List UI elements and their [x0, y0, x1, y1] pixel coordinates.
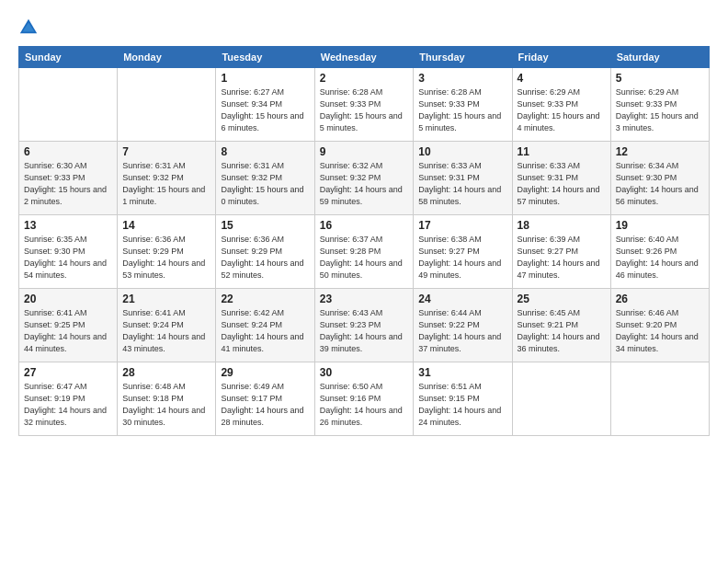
day-number: 5: [616, 72, 704, 85]
day-info: Sunrise: 6:28 AM Sunset: 9:33 PM Dayligh…: [418, 86, 506, 134]
calendar-cell: 11Sunrise: 6:33 AM Sunset: 9:31 PM Dayli…: [512, 142, 610, 215]
day-number: 15: [221, 219, 309, 232]
day-info: Sunrise: 6:46 AM Sunset: 9:20 PM Dayligh…: [616, 307, 704, 355]
day-info: Sunrise: 6:28 AM Sunset: 9:33 PM Dayligh…: [320, 86, 409, 134]
calendar-cell: [118, 68, 216, 142]
calendar-cell: 17Sunrise: 6:38 AM Sunset: 9:27 PM Dayli…: [414, 215, 512, 289]
day-number: 30: [320, 366, 409, 379]
calendar-cell: 21Sunrise: 6:41 AM Sunset: 9:24 PM Dayli…: [118, 289, 216, 362]
day-number: 1: [221, 72, 309, 85]
calendar-cell: 2Sunrise: 6:28 AM Sunset: 9:33 PM Daylig…: [314, 68, 414, 142]
calendar-cell: 4Sunrise: 6:29 AM Sunset: 9:33 PM Daylig…: [512, 68, 610, 142]
weekday-header: Tuesday: [216, 47, 314, 68]
day-number: 9: [320, 145, 409, 158]
calendar-cell: 10Sunrise: 6:33 AM Sunset: 9:31 PM Dayli…: [414, 142, 512, 215]
day-info: Sunrise: 6:36 AM Sunset: 9:29 PM Dayligh…: [221, 234, 309, 282]
calendar-cell: 28Sunrise: 6:48 AM Sunset: 9:18 PM Dayli…: [118, 362, 216, 436]
day-info: Sunrise: 6:31 AM Sunset: 9:32 PM Dayligh…: [221, 160, 309, 208]
day-info: Sunrise: 6:50 AM Sunset: 9:16 PM Dayligh…: [320, 381, 409, 429]
day-info: Sunrise: 6:33 AM Sunset: 9:31 PM Dayligh…: [418, 160, 506, 208]
day-number: 24: [418, 293, 506, 305]
day-info: Sunrise: 6:41 AM Sunset: 9:24 PM Dayligh…: [122, 307, 210, 355]
day-number: 2: [320, 72, 409, 85]
day-number: 18: [518, 219, 606, 232]
day-info: Sunrise: 6:32 AM Sunset: 9:32 PM Dayligh…: [320, 160, 409, 208]
weekday-header: Saturday: [610, 47, 709, 68]
calendar-cell: 16Sunrise: 6:37 AM Sunset: 9:28 PM Dayli…: [314, 215, 414, 289]
day-info: Sunrise: 6:41 AM Sunset: 9:25 PM Dayligh…: [24, 307, 112, 355]
calendar-cell: [610, 362, 709, 436]
day-info: Sunrise: 6:39 AM Sunset: 9:27 PM Dayligh…: [518, 234, 606, 282]
day-info: Sunrise: 6:35 AM Sunset: 9:30 PM Dayligh…: [24, 234, 112, 282]
day-number: 11: [518, 145, 606, 158]
calendar-cell: 6Sunrise: 6:30 AM Sunset: 9:33 PM Daylig…: [19, 142, 118, 215]
calendar-cell: 31Sunrise: 6:51 AM Sunset: 9:15 PM Dayli…: [414, 362, 512, 436]
calendar-week-row: 1Sunrise: 6:27 AM Sunset: 9:34 PM Daylig…: [19, 68, 710, 142]
day-number: 20: [24, 293, 112, 305]
calendar-cell: 13Sunrise: 6:35 AM Sunset: 9:30 PM Dayli…: [19, 215, 118, 289]
day-number: 4: [518, 72, 606, 85]
day-info: Sunrise: 6:48 AM Sunset: 9:18 PM Dayligh…: [122, 381, 210, 429]
weekday-header: Thursday: [414, 47, 512, 68]
calendar-cell: 20Sunrise: 6:41 AM Sunset: 9:25 PM Dayli…: [19, 289, 118, 362]
weekday-header: Monday: [118, 47, 216, 68]
calendar-cell: [512, 362, 610, 436]
weekday-header: Friday: [512, 47, 610, 68]
page: SundayMondayTuesdayWednesdayThursdayFrid…: [0, 0, 728, 563]
calendar-cell: 5Sunrise: 6:29 AM Sunset: 9:33 PM Daylig…: [610, 68, 709, 142]
calendar-cell: 19Sunrise: 6:40 AM Sunset: 9:26 PM Dayli…: [610, 215, 709, 289]
day-info: Sunrise: 6:45 AM Sunset: 9:21 PM Dayligh…: [518, 307, 606, 355]
calendar-week-row: 27Sunrise: 6:47 AM Sunset: 9:19 PM Dayli…: [19, 362, 710, 436]
day-number: 3: [418, 72, 506, 85]
day-number: 21: [122, 293, 210, 305]
calendar-week-row: 6Sunrise: 6:30 AM Sunset: 9:33 PM Daylig…: [19, 142, 710, 215]
day-number: 27: [24, 366, 112, 379]
day-info: Sunrise: 6:49 AM Sunset: 9:17 PM Dayligh…: [221, 381, 309, 429]
day-info: Sunrise: 6:36 AM Sunset: 9:29 PM Dayligh…: [122, 234, 210, 282]
calendar-cell: 12Sunrise: 6:34 AM Sunset: 9:30 PM Dayli…: [610, 142, 709, 215]
calendar-table: SundayMondayTuesdayWednesdayThursdayFrid…: [18, 46, 710, 436]
day-number: 6: [24, 145, 112, 158]
calendar-cell: 15Sunrise: 6:36 AM Sunset: 9:29 PM Dayli…: [216, 215, 314, 289]
day-info: Sunrise: 6:37 AM Sunset: 9:28 PM Dayligh…: [320, 234, 409, 282]
logo-icon: [18, 17, 39, 37]
calendar-cell: 23Sunrise: 6:43 AM Sunset: 9:23 PM Dayli…: [314, 289, 414, 362]
day-number: 29: [221, 366, 309, 379]
calendar-cell: [19, 68, 118, 142]
day-number: 23: [320, 293, 409, 305]
calendar-cell: 8Sunrise: 6:31 AM Sunset: 9:32 PM Daylig…: [216, 142, 314, 215]
day-info: Sunrise: 6:47 AM Sunset: 9:19 PM Dayligh…: [24, 381, 112, 429]
weekday-header: Wednesday: [314, 47, 414, 68]
header-row: SundayMondayTuesdayWednesdayThursdayFrid…: [19, 47, 710, 68]
calendar-cell: 7Sunrise: 6:31 AM Sunset: 9:32 PM Daylig…: [118, 142, 216, 215]
day-info: Sunrise: 6:44 AM Sunset: 9:22 PM Dayligh…: [418, 307, 506, 355]
weekday-header: Sunday: [19, 47, 118, 68]
day-number: 7: [122, 145, 210, 158]
calendar-cell: 30Sunrise: 6:50 AM Sunset: 9:16 PM Dayli…: [314, 362, 414, 436]
calendar-cell: 26Sunrise: 6:46 AM Sunset: 9:20 PM Dayli…: [610, 289, 709, 362]
day-number: 31: [418, 366, 506, 379]
calendar-cell: 29Sunrise: 6:49 AM Sunset: 9:17 PM Dayli…: [216, 362, 314, 436]
calendar-cell: 18Sunrise: 6:39 AM Sunset: 9:27 PM Dayli…: [512, 215, 610, 289]
calendar-cell: 1Sunrise: 6:27 AM Sunset: 9:34 PM Daylig…: [216, 68, 314, 142]
day-number: 28: [122, 366, 210, 379]
day-info: Sunrise: 6:51 AM Sunset: 9:15 PM Dayligh…: [418, 381, 506, 429]
day-number: 22: [221, 293, 309, 305]
calendar-cell: 14Sunrise: 6:36 AM Sunset: 9:29 PM Dayli…: [118, 215, 216, 289]
day-number: 17: [418, 219, 506, 232]
logo: [18, 17, 40, 37]
calendar-cell: 25Sunrise: 6:45 AM Sunset: 9:21 PM Dayli…: [512, 289, 610, 362]
day-info: Sunrise: 6:27 AM Sunset: 9:34 PM Dayligh…: [221, 86, 309, 134]
calendar-cell: 9Sunrise: 6:32 AM Sunset: 9:32 PM Daylig…: [314, 142, 414, 215]
day-number: 12: [616, 145, 704, 158]
day-number: 25: [518, 293, 606, 305]
day-info: Sunrise: 6:43 AM Sunset: 9:23 PM Dayligh…: [320, 307, 409, 355]
day-info: Sunrise: 6:29 AM Sunset: 9:33 PM Dayligh…: [518, 86, 606, 134]
calendar-cell: 22Sunrise: 6:42 AM Sunset: 9:24 PM Dayli…: [216, 289, 314, 362]
day-info: Sunrise: 6:42 AM Sunset: 9:24 PM Dayligh…: [221, 307, 309, 355]
calendar-cell: 3Sunrise: 6:28 AM Sunset: 9:33 PM Daylig…: [414, 68, 512, 142]
day-number: 13: [24, 219, 112, 232]
day-info: Sunrise: 6:38 AM Sunset: 9:27 PM Dayligh…: [418, 234, 506, 282]
header: [18, 17, 710, 37]
day-number: 19: [616, 219, 704, 232]
